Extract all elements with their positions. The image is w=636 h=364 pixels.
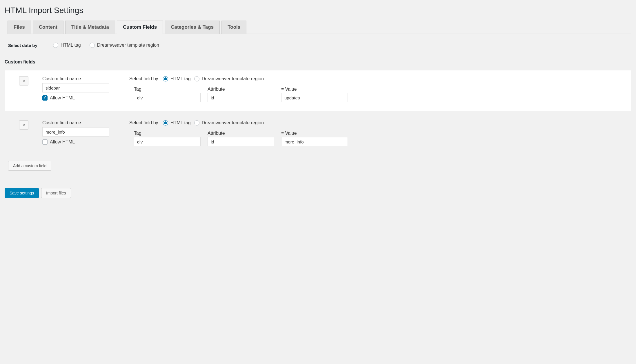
date-radio-dw-text: Dreamweaver template region — [97, 43, 159, 48]
field-radio-dw-text: Dreamweaver template region — [202, 76, 264, 81]
custom-fields-heading: Custom fields — [5, 59, 631, 65]
add-custom-field-button[interactable]: Add a custom field — [8, 161, 51, 171]
date-radio-html-tag-label[interactable]: HTML tag — [53, 43, 81, 48]
close-icon: × — [23, 79, 25, 83]
remove-field-button[interactable]: × — [19, 120, 28, 130]
custom-field-name-input[interactable] — [42, 83, 109, 92]
tab-custom-fields[interactable]: Custom Fields — [117, 21, 163, 34]
date-radio-dw-label[interactable]: Dreamweaver template region — [90, 43, 159, 48]
value-input[interactable] — [281, 93, 348, 102]
value-label: = Value — [281, 87, 348, 92]
field-radio-dw-label[interactable]: Dreamweaver template region — [194, 76, 264, 81]
custom-field-name-input[interactable] — [42, 127, 109, 136]
custom-field-row: × Custom field name Allow HTML Select fi… — [5, 70, 631, 111]
allow-html-checkbox[interactable] — [42, 95, 48, 101]
date-radio-html-tag-text: HTML tag — [61, 43, 81, 48]
remove-field-button[interactable]: × — [19, 76, 28, 85]
allow-html-checkbox[interactable] — [42, 139, 48, 145]
field-radio-dw-label[interactable]: Dreamweaver template region — [194, 120, 264, 125]
field-radio-html-tag-text: HTML tag — [170, 76, 191, 81]
select-date-label: Select date by — [8, 43, 53, 48]
allow-html-label: Allow HTML — [50, 139, 75, 145]
field-radio-html-tag[interactable] — [163, 76, 168, 81]
close-icon: × — [23, 123, 25, 127]
date-radio-html-tag[interactable] — [53, 43, 58, 48]
tab-tools[interactable]: Tools — [221, 21, 246, 34]
tag-label: Tag — [134, 87, 201, 92]
tag-input[interactable] — [134, 137, 201, 146]
custom-field-name-label: Custom field name — [42, 120, 118, 125]
attribute-label: Attribute — [208, 87, 274, 92]
field-radio-dw-text: Dreamweaver template region — [202, 120, 264, 125]
attribute-input[interactable] — [208, 93, 274, 102]
select-field-by-label: Select field by: — [129, 76, 159, 81]
tag-input[interactable] — [134, 93, 201, 102]
field-radio-dw[interactable] — [194, 76, 199, 81]
page-title: HTML Import Settings — [5, 0, 631, 20]
tab-categories-tags[interactable]: Categories & Tags — [165, 21, 220, 34]
field-radio-html-tag-label[interactable]: HTML tag — [163, 76, 191, 81]
select-date-row: Select date by HTML tag Dreamweaver temp… — [5, 43, 631, 48]
tabs-nav: Files Content Title & Metadata Custom Fi… — [8, 20, 631, 34]
allow-html-label: Allow HTML — [50, 95, 75, 101]
field-radio-html-tag[interactable] — [163, 120, 168, 125]
date-radio-dw[interactable] — [90, 43, 95, 48]
custom-field-name-label: Custom field name — [42, 76, 118, 81]
tag-label: Tag — [134, 131, 201, 136]
tab-content[interactable]: Content — [33, 21, 63, 34]
field-radio-dw[interactable] — [194, 120, 199, 125]
tab-title-metadata[interactable]: Title & Metadata — [65, 21, 115, 34]
field-radio-html-tag-text: HTML tag — [170, 120, 191, 125]
field-radio-html-tag-label[interactable]: HTML tag — [163, 120, 191, 125]
attribute-label: Attribute — [208, 131, 274, 136]
value-input[interactable] — [281, 137, 348, 146]
select-field-by-label: Select field by: — [129, 120, 159, 125]
save-settings-button[interactable]: Save settings — [5, 188, 39, 198]
tab-files[interactable]: Files — [8, 21, 31, 34]
custom-field-row: × Custom field name Allow HTML Select fi… — [5, 114, 631, 155]
value-label: = Value — [281, 131, 348, 136]
import-files-button[interactable]: Import files — [41, 188, 71, 198]
attribute-input[interactable] — [208, 137, 274, 146]
